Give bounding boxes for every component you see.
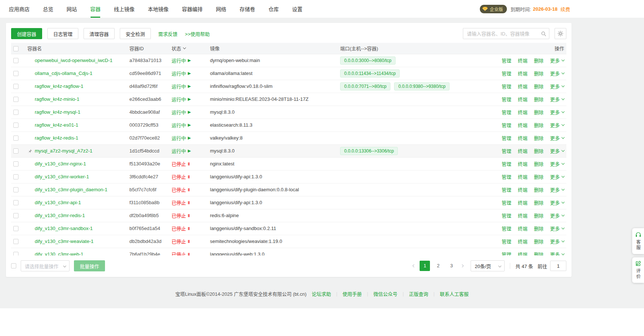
delete-link[interactable]: 删除: [534, 96, 543, 103]
manage-link[interactable]: 管理: [502, 160, 511, 167]
row-checkbox[interactable]: [13, 136, 18, 141]
more-link[interactable]: 更多: [550, 109, 564, 116]
manage-link[interactable]: 管理: [502, 70, 511, 77]
more-link[interactable]: 更多: [550, 83, 564, 90]
delete-link[interactable]: 删除: [534, 121, 543, 128]
container-name-link[interactable]: mysql_a7z2-mysql_A7z2-1: [35, 148, 92, 154]
delete-link[interactable]: 删除: [534, 225, 543, 232]
delete-link[interactable]: 删除: [534, 83, 543, 90]
manage-link[interactable]: 管理: [502, 186, 511, 193]
manage-link[interactable]: 管理: [502, 134, 511, 141]
row-checkbox[interactable]: [13, 187, 18, 192]
nav-item[interactable]: 容器编排: [182, 0, 203, 18]
terminal-link[interactable]: 终端: [518, 109, 528, 116]
container-name-link[interactable]: ollama_cdjs-ollama_Cdjs-1: [35, 71, 92, 76]
nav-item[interactable]: 网站: [67, 0, 77, 18]
row-checkbox[interactable]: [13, 161, 18, 167]
manage-link[interactable]: 管理: [502, 96, 511, 103]
container-name-link[interactable]: dify_v130_c3mr-worker-1: [35, 174, 89, 179]
batch-operation-select[interactable]: 请选择批量操作: [21, 260, 70, 271]
row-checkbox[interactable]: [13, 148, 18, 154]
row-checkbox[interactable]: [13, 226, 18, 231]
more-link[interactable]: 更多: [550, 147, 564, 154]
security-check-button[interactable]: 安全检测: [120, 28, 151, 39]
manage-link[interactable]: 管理: [502, 199, 511, 206]
terminal-link[interactable]: 终端: [518, 57, 528, 64]
footer-link[interactable]: 联系人工客服: [440, 290, 469, 297]
rate-widget[interactable]: 评价: [632, 257, 644, 283]
page-number[interactable]: 3: [446, 261, 457, 271]
help-link[interactable]: >>使用帮助: [185, 30, 210, 37]
renew-link[interactable]: 续费: [560, 6, 570, 13]
create-container-button[interactable]: 创建容器: [11, 28, 42, 39]
container-name-link[interactable]: ragflow_kr4z-minio-1: [35, 96, 79, 102]
container-name-link[interactable]: dify_v130_c3mr-sandbox-1: [35, 226, 93, 231]
row-checkbox[interactable]: [13, 58, 18, 63]
terminal-link[interactable]: 终端: [518, 134, 528, 141]
nav-item[interactable]: 应用商店: [9, 0, 30, 18]
delete-link[interactable]: 删除: [534, 134, 543, 141]
delete-link[interactable]: 删除: [534, 238, 543, 245]
terminal-link[interactable]: 终端: [518, 212, 528, 219]
terminal-link[interactable]: 终端: [518, 199, 528, 206]
batch-operation-button[interactable]: 批量操作: [74, 260, 105, 271]
row-checkbox[interactable]: [13, 110, 18, 115]
terminal-link[interactable]: 终端: [518, 173, 528, 180]
log-manage-button[interactable]: 日志管理: [47, 28, 78, 39]
manage-link[interactable]: 管理: [502, 83, 511, 90]
more-link[interactable]: 更多: [550, 225, 564, 232]
terminal-link[interactable]: 终端: [518, 70, 528, 77]
terminal-link[interactable]: 终端: [518, 96, 528, 103]
row-checkbox[interactable]: [13, 123, 18, 128]
row-checkbox[interactable]: [13, 71, 18, 76]
nav-item[interactable]: 总览: [43, 0, 53, 18]
container-name-link[interactable]: ragflow_kr4z-redis-1: [35, 135, 78, 141]
row-checkbox[interactable]: [13, 200, 18, 205]
enterprise-badge[interactable]: 企业版: [480, 5, 507, 13]
container-name-link[interactable]: dify_v130_c3mr-api-1: [35, 200, 81, 205]
more-link[interactable]: 更多: [550, 70, 564, 77]
select-all-checkbox[interactable]: [13, 46, 18, 51]
more-link[interactable]: 更多: [550, 121, 564, 128]
next-page-button[interactable]: [458, 261, 466, 271]
delete-link[interactable]: 删除: [534, 147, 543, 154]
clean-container-button[interactable]: 清理容器: [84, 28, 115, 39]
search-input[interactable]: [463, 28, 549, 39]
terminal-link[interactable]: 终端: [518, 225, 528, 232]
delete-link[interactable]: 删除: [534, 186, 543, 193]
manage-link[interactable]: 管理: [502, 57, 511, 64]
terminal-link[interactable]: 终端: [518, 147, 528, 154]
container-name-link[interactable]: ragflow_kr4z-es01-1: [35, 122, 78, 128]
manage-link[interactable]: 管理: [502, 251, 511, 256]
footer-link[interactable]: 论坛求助: [312, 290, 331, 297]
page-size-select[interactable]: 20条/页: [471, 260, 505, 271]
customer-service-widget[interactable]: 客服: [632, 228, 644, 254]
delete-link[interactable]: 删除: [534, 173, 543, 180]
more-link[interactable]: 更多: [550, 212, 564, 219]
more-link[interactable]: 更多: [550, 173, 564, 180]
more-link[interactable]: 更多: [550, 160, 564, 167]
terminal-link[interactable]: 终端: [518, 251, 528, 256]
delete-link[interactable]: 删除: [534, 109, 543, 116]
terminal-link[interactable]: 终端: [518, 160, 528, 167]
status-filter[interactable]: 状态: [172, 45, 186, 52]
nav-item[interactable]: 网络: [216, 0, 226, 18]
delete-link[interactable]: 删除: [534, 199, 543, 206]
terminal-link[interactable]: 终端: [518, 121, 528, 128]
row-checkbox[interactable]: [13, 252, 18, 256]
more-link[interactable]: 更多: [550, 238, 564, 245]
search-icon[interactable]: [541, 31, 546, 37]
manage-link[interactable]: 管理: [502, 225, 511, 232]
container-name-link[interactable]: dify_v130_c3mr-weaviate-1: [35, 239, 94, 244]
more-link[interactable]: 更多: [550, 57, 564, 64]
container-name-link[interactable]: dify_v130_c3mr-plugin_daemon-1: [35, 187, 108, 192]
nav-item[interactable]: 设置: [292, 0, 302, 18]
page-number[interactable]: 1: [420, 261, 430, 271]
container-name-link[interactable]: dify_v130_c3mr-nginx-1: [35, 161, 86, 167]
manage-link[interactable]: 管理: [502, 147, 511, 154]
terminal-link[interactable]: 终端: [518, 186, 528, 193]
manage-link[interactable]: 管理: [502, 212, 511, 219]
nav-item[interactable]: 线上镜像: [114, 0, 135, 18]
more-link[interactable]: 更多: [550, 186, 564, 193]
container-name-link[interactable]: openwebui_iwcd-openwebui_iwcD-1: [35, 58, 112, 63]
